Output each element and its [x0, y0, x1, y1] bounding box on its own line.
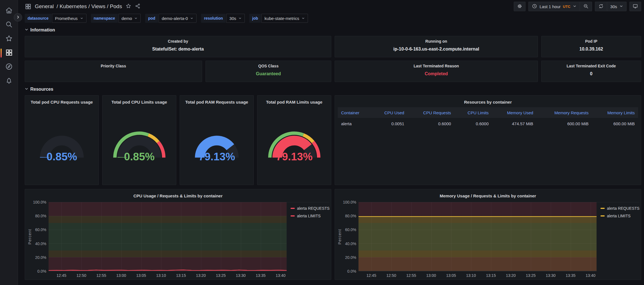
panel-gauge-ram-limits: Total pod RAM Limits usage 79.13% [257, 95, 331, 185]
gauge-chart: 0.85% [102, 106, 176, 185]
legend-item[interactable]: alerta LIMITS [291, 214, 329, 218]
x-axis-ticks: 12:4512:5012:5513:0013:0513:1013:1513:20… [358, 271, 597, 279]
x-tick-label: 13:05 [446, 273, 456, 278]
x-tick-label: 12:45 [366, 273, 376, 278]
panel-title: Resources by container [338, 98, 638, 106]
breadcrumb-folder[interactable]: General [35, 3, 54, 10]
panel-title: CPU Usage / Requests & Limits by contain… [25, 191, 331, 200]
timezone-label: UTC [563, 4, 570, 9]
legend-label: alerta LIMITS [607, 214, 631, 218]
gauge-chart: 0.85% [25, 106, 99, 185]
tv-mode-button[interactable] [629, 2, 641, 11]
y-tick-label: 20.0% [35, 255, 46, 260]
table-column-header[interactable]: Memory Requests [536, 107, 592, 118]
panel-title: Last Terminated Exit Code [567, 64, 616, 68]
variable-value-dropdown[interactable]: demo [118, 14, 141, 23]
variable-value-dropdown[interactable]: demo-alerta-0 [159, 14, 197, 23]
legend-item[interactable]: alerta REQUESTS [291, 206, 329, 211]
series-svg [49, 202, 287, 271]
table-column-header[interactable]: CPU Limits [455, 107, 492, 118]
table-column-header[interactable]: Memory Used [492, 107, 537, 118]
refresh-interval-dropdown[interactable]: 30s [607, 2, 626, 11]
svg-text:0.85%: 0.85% [124, 151, 155, 163]
breadcrumb-path[interactable]: / Kubernetes / Views / Pods [57, 3, 122, 10]
plot-area[interactable] [49, 202, 287, 271]
sidebar-item-alerting[interactable] [0, 74, 18, 88]
variable-value-dropdown[interactable]: kube-state-metrics [261, 14, 308, 23]
section-information[interactable]: Information [25, 26, 641, 34]
chevron-down-icon [25, 28, 28, 33]
info-row-1: Created by StatefulSet: demo-alerta Runn… [25, 36, 641, 57]
y-tick-label: 60.0% [345, 227, 356, 232]
compass-icon [5, 63, 13, 72]
app-root: General / Kubernetes / Views / Pods [0, 0, 644, 285]
table-row: alerta0.00510.60000.6000474.57 MiB600.00… [338, 118, 638, 129]
gauge-svg: 0.85% [31, 128, 93, 163]
legend-swatch [291, 208, 295, 209]
table-column-header[interactable]: CPU Used [371, 107, 407, 118]
panel-title: QOS Class [258, 64, 278, 68]
section-resources[interactable]: Resources [25, 85, 641, 93]
home-icon [5, 6, 13, 15]
svg-text:79.13%: 79.13% [276, 151, 312, 163]
share-dashboard-button[interactable] [135, 3, 141, 10]
variable-namespace: namespace demo [91, 14, 141, 23]
y-tick-label: 20.0% [345, 255, 356, 260]
sidebar-item-explore[interactable] [0, 60, 18, 74]
sidebar-item-starred[interactable] [0, 32, 18, 46]
x-tick-label: 13:20 [506, 273, 516, 278]
table-cell: 600.00 MiB [592, 118, 638, 129]
legend-swatch [291, 215, 295, 216]
variable-resolution: resolution 30s [201, 14, 245, 23]
x-tick-label: 12:55 [406, 273, 416, 278]
search-icon [5, 20, 13, 29]
template-variables: datasource Prometheus namespace demo pod… [25, 14, 641, 23]
y-tick-label: 100.0% [343, 200, 356, 204]
table-column-header[interactable]: Memory Limits [592, 107, 638, 118]
table-column-header[interactable]: CPU Requests [408, 107, 455, 118]
panel-title: Total pod RAM Requests usage [180, 98, 254, 106]
table-cell: alerta [338, 118, 371, 129]
legend-item[interactable]: alerta LIMITS [600, 214, 639, 218]
plot-area[interactable] [358, 202, 597, 271]
panel-title: Total pod CPU Limits usage [102, 98, 176, 106]
table-cell: 0.6000 [455, 118, 492, 129]
apps-icon [5, 49, 13, 58]
refresh-button[interactable] [595, 2, 607, 11]
y-tick-label: 60.0% [35, 227, 46, 232]
variable-label: datasource [25, 14, 51, 23]
panel-memory-usage-chart: Memory Usage / Requests & Limits by cont… [335, 189, 641, 280]
x-tick-label: 13:25 [216, 273, 226, 278]
charts-row: CPU Usage / Requests & Limits by contain… [25, 189, 641, 280]
zoom-out-button[interactable] [580, 2, 592, 11]
sidebar-expand-button[interactable] [14, 13, 22, 22]
sidebar-item-dashboards[interactable] [0, 46, 18, 60]
variable-value-dropdown[interactable]: Prometheus [52, 14, 86, 23]
legend-item[interactable]: alerta REQUESTS [600, 206, 639, 211]
refresh-interval-label: 30s [610, 4, 617, 9]
variable-datasource: datasource Prometheus [25, 14, 86, 23]
time-range-picker[interactable]: Last 1 hour UTC [529, 2, 580, 11]
panel-priority-class: Priority Class [25, 61, 202, 82]
panel-resources-by-container: Resources by container ContainerCPU Used… [335, 95, 641, 185]
sidebar [0, 0, 18, 285]
stat-value: 0 [590, 71, 593, 76]
star-icon [125, 3, 131, 10]
panel-created-by: Created by StatefulSet: demo-alerta [25, 36, 331, 57]
resources-table: ContainerCPU UsedCPU RequestsCPU LimitsM… [338, 107, 638, 129]
variable-value-dropdown[interactable]: 30s [226, 14, 245, 23]
panel-gauge-ram-requests: Total pod RAM Requests usage 79.13% [180, 95, 254, 185]
stat-value: 10.0.39.162 [579, 47, 603, 52]
dashboard-settings-button[interactable] [514, 2, 526, 11]
stat-value: StatefulSet: demo-alerta [152, 47, 204, 52]
dashboard-star-button[interactable] [125, 3, 131, 10]
variable-label: job [249, 14, 261, 23]
x-tick-label: 13:10 [466, 273, 476, 278]
chevron-down-icon [573, 4, 577, 9]
chevron-right-icon [16, 15, 20, 20]
x-tick-label: 13:25 [526, 273, 536, 278]
top-nav: General / Kubernetes / Views / Pods [25, 0, 641, 13]
breadcrumb[interactable]: General / Kubernetes / Views / Pods [35, 3, 122, 10]
table-column-header[interactable]: Container [338, 107, 371, 118]
y-tick-label: 0.0% [37, 269, 46, 273]
